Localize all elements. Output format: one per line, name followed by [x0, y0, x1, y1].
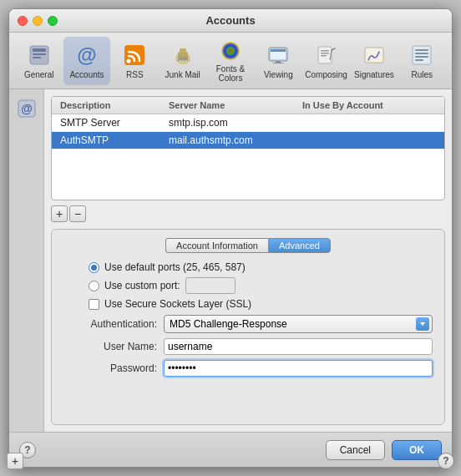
signatures-label: Signatures: [354, 70, 394, 79]
smtp-table-header: Description Server Name In Use By Accoun…: [52, 97, 444, 114]
ssl-checkbox[interactable]: [89, 299, 99, 310]
sidebar: @: [9, 89, 44, 432]
outer-add-button[interactable]: +: [7, 453, 23, 469]
sidebar-account-item[interactable]: @: [13, 96, 41, 124]
custom-port-label: Use custom port:: [104, 280, 180, 291]
svg-rect-25: [415, 53, 428, 54]
password-label: Password:: [63, 362, 164, 374]
toolbar-item-signatures[interactable]: Signatures: [351, 37, 397, 85]
svg-point-5: [127, 59, 131, 63]
svg-line-20: [332, 48, 335, 50]
rules-icon: [408, 42, 435, 68]
toolbar-item-junk-mail[interactable]: JNK Junk Mail: [160, 37, 205, 85]
toolbar-item-accounts[interactable]: @ Accounts: [63, 37, 109, 85]
viewing-label: Viewing: [264, 70, 293, 79]
custom-port-radio[interactable]: [89, 281, 99, 291]
bottom-actions: Cancel OK: [326, 440, 442, 460]
svg-rect-24: [415, 49, 428, 51]
svg-rect-14: [276, 61, 281, 63]
svg-point-10: [221, 42, 240, 60]
username-row: User Name:: [63, 338, 433, 355]
smtp-table-body: SMTP Server smtp.isp.com AuthSMTP mail.a…: [52, 114, 444, 200]
fonts-colors-label: Fonts & Colors: [209, 64, 251, 83]
viewing-icon: [265, 42, 291, 68]
default-ports-row: Use default ports (25, 465, 587): [63, 261, 433, 273]
authentication-select[interactable]: MD5 Challenge-Response: [164, 315, 433, 333]
toolbar-item-rss[interactable]: RSS: [112, 37, 158, 85]
add-smtp-button[interactable]: +: [51, 205, 68, 222]
info-panel: Account Information Advanced Use default…: [51, 229, 445, 425]
titlebar: Accounts: [9, 9, 452, 33]
svg-rect-27: [415, 59, 423, 61]
password-row: Password:: [63, 360, 433, 377]
col-in-use: In Use By Account: [299, 99, 439, 112]
toolbar: General @ Accounts RSS: [9, 33, 452, 89]
rss-label: RSS: [126, 70, 144, 79]
toolbar-item-composing[interactable]: Composing: [303, 37, 349, 85]
tab-advanced[interactable]: Advanced: [268, 238, 331, 253]
tab-account-info[interactable]: Account Information: [165, 238, 268, 253]
bottom-bar: ? Cancel OK: [9, 432, 452, 467]
content-area: @ Description Server Name In Use By Acco…: [9, 89, 452, 432]
general-label: General: [24, 70, 54, 79]
default-ports-radio[interactable]: [89, 262, 99, 273]
junk-mail-icon: JNK: [170, 42, 196, 68]
outer-help-button[interactable]: ?: [438, 453, 454, 469]
rss-icon: [121, 42, 148, 68]
svg-rect-8: [180, 48, 186, 53]
svg-rect-22: [365, 48, 383, 63]
custom-port-row: Use custom port:: [63, 277, 433, 294]
smtp-row-2-server: mail.authsmtp.com: [169, 134, 302, 146]
svg-text:@: @: [21, 102, 33, 115]
composing-label: Composing: [305, 70, 347, 79]
svg-rect-13: [271, 49, 286, 52]
accounts-icon: @: [73, 42, 100, 68]
authentication-select-wrapper: MD5 Challenge-Response: [164, 315, 433, 333]
table-controls: + −: [51, 205, 445, 222]
ssl-label: Use Secure Sockets Layer (SSL): [104, 298, 251, 310]
svg-rect-1: [33, 48, 46, 52]
smtp-row-2[interactable]: AuthSMTP mail.authsmtp.com: [52, 132, 444, 149]
ssl-row: Use Secure Sockets Layer (SSL): [63, 298, 433, 310]
authentication-label: Authentication:: [63, 318, 164, 330]
toolbar-item-general[interactable]: General: [16, 37, 62, 85]
svg-rect-3: [33, 57, 41, 58]
smtp-row-2-description: AuthSMTP: [60, 134, 169, 146]
toolbar-item-fonts-colors[interactable]: Fonts & Colors: [207, 37, 253, 85]
window-title: Accounts: [205, 14, 255, 27]
signatures-icon: [361, 42, 388, 68]
svg-rect-15: [273, 63, 283, 63]
smtp-table: Description Server Name In Use By Accoun…: [51, 96, 445, 200]
username-input[interactable]: [164, 338, 433, 355]
username-label: User Name:: [63, 341, 164, 352]
minimize-button[interactable]: [33, 16, 43, 26]
maximize-button[interactable]: [48, 16, 58, 26]
password-input[interactable]: [164, 360, 433, 377]
col-description: Description: [57, 99, 165, 112]
authentication-row: Authentication: MD5 Challenge-Response: [63, 315, 433, 333]
cancel-button[interactable]: Cancel: [326, 440, 385, 460]
sidebar-account-icon: @: [17, 99, 37, 123]
composing-icon: [313, 42, 340, 68]
toolbar-item-viewing[interactable]: Viewing: [256, 37, 301, 85]
fonts-colors-icon: [217, 39, 244, 63]
junk-mail-label: Junk Mail: [165, 70, 200, 79]
smtp-empty-space: [52, 149, 444, 200]
svg-rect-26: [415, 56, 428, 58]
ok-button[interactable]: OK: [392, 440, 442, 460]
smtp-row-1-server: smtp.isp.com: [169, 117, 302, 129]
toolbar-item-rules[interactable]: Rules: [399, 37, 445, 85]
svg-rect-18: [321, 53, 329, 54]
custom-port-input[interactable]: [185, 277, 236, 294]
segmented-control: Account Information Advanced: [63, 238, 433, 253]
remove-smtp-button[interactable]: −: [69, 205, 86, 222]
col-server-name: Server Name: [165, 99, 299, 112]
smtp-row-1[interactable]: SMTP Server smtp.isp.com: [52, 114, 444, 132]
svg-rect-17: [321, 50, 329, 52]
default-ports-label: Use default ports (25, 465, 587): [104, 261, 246, 273]
smtp-row-1-description: SMTP Server: [60, 117, 169, 129]
main-window: Accounts General @ Accounts: [8, 8, 453, 468]
close-button[interactable]: [18, 16, 28, 26]
traffic-lights: [18, 16, 58, 26]
svg-text:JNK: JNK: [176, 55, 190, 63]
